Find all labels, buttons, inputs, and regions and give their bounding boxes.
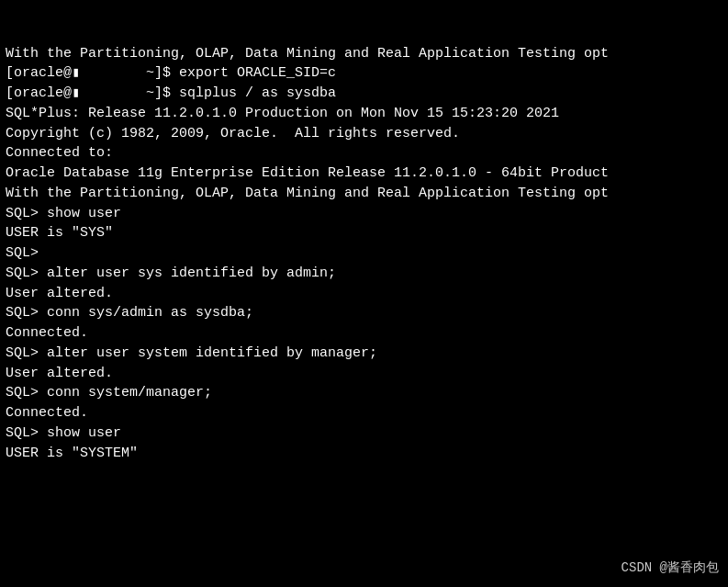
- terminal-line: SQL> conn system/manager;: [6, 383, 722, 403]
- terminal-line: With the Partitioning, OLAP, Data Mining…: [6, 44, 722, 64]
- terminal-line: SQL>: [6, 243, 722, 264]
- terminal-output: With the Partitioning, OLAP, Data Mining…: [6, 4, 722, 463]
- terminal-line: SQL> alter user system identified by man…: [6, 344, 722, 364]
- terminal-line: Connected.: [6, 403, 722, 423]
- terminal-line: USER is "SYS": [6, 223, 722, 243]
- terminal-line: SQL> conn sys/admin as sysdba;: [6, 303, 722, 323]
- terminal-line: User altered.: [6, 284, 722, 304]
- terminal-line: SQL*Plus: Release 11.2.0.1.0 Production …: [6, 104, 722, 124]
- terminal-line: Connected.: [6, 323, 722, 344]
- terminal-line: SQL> show user: [6, 423, 722, 444]
- terminal-line: [oracle@▮ ~]$ export ORACLE_SID=c: [6, 63, 722, 84]
- terminal-line: Connected to:: [6, 143, 722, 164]
- terminal-line: SQL> show user: [6, 204, 722, 224]
- terminal-line: [oracle@▮ ~]$ sqlplus / as sysdba: [6, 84, 722, 104]
- terminal-line: Copyright (c) 1982, 2009, Oracle. All ri…: [6, 124, 722, 144]
- terminal-line: User altered.: [6, 364, 722, 384]
- terminal-line: USER is "SYSTEM": [6, 444, 722, 464]
- terminal-line: SQL> alter user sys identified by admin;: [6, 264, 722, 284]
- terminal-window[interactable]: With the Partitioning, OLAP, Data Mining…: [0, 0, 728, 587]
- watermark-label: CSDN @酱香肉包: [622, 559, 719, 576]
- terminal-line: Oracle Database 11g Enterprise Edition R…: [6, 164, 722, 184]
- terminal-line: With the Partitioning, OLAP, Data Mining…: [6, 184, 722, 204]
